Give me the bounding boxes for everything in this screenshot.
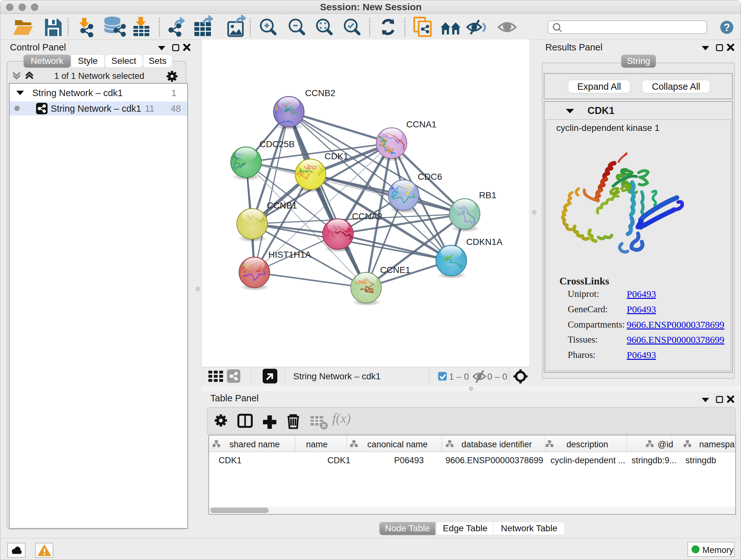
svg-text:CCNE1: CCNE1: [380, 265, 410, 275]
svg-text:CCNB1: CCNB1: [267, 200, 297, 210]
svg-text:CDKN1A: CDKN1A: [466, 237, 502, 247]
svg-text:CDC6: CDC6: [418, 172, 442, 182]
svg-text:CCNA2: CCNA2: [352, 211, 382, 221]
svg-text:CDC25B: CDC25B: [259, 139, 294, 149]
svg-text:CDK1: CDK1: [325, 151, 348, 161]
svg-text:RB1: RB1: [479, 190, 496, 200]
svg-text:HIST1H1A: HIST1H1A: [268, 250, 311, 260]
svg-text:CCNB2: CCNB2: [305, 88, 335, 98]
svg-text:CCNA1: CCNA1: [406, 119, 436, 129]
